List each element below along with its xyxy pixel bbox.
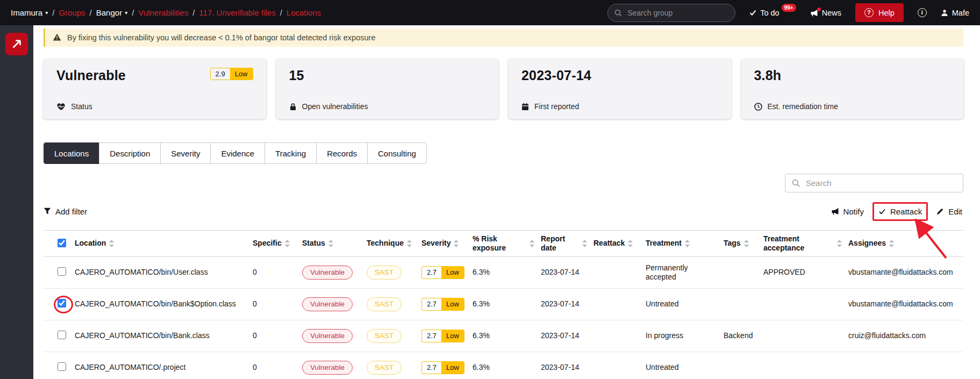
tab-evidence[interactable]: Evidence [210,142,265,164]
risk-exposure-cell: 6.3% [469,320,538,352]
tab-description[interactable]: Description [99,142,161,164]
filter-funnel-icon [44,208,51,215]
search-icon [792,179,800,187]
breadcrumb-separator: / [52,8,54,17]
column-header[interactable]: Location [71,231,249,257]
edit-button[interactable]: Edit [936,207,962,216]
breadcrumb-separator: / [280,8,282,17]
technique-badge: SAST [367,329,402,343]
tab-locations[interactable]: Locations [44,142,99,164]
table-search-input[interactable] [785,174,963,192]
table-body: CAJERO_AUTOMATICO/bin/User.class0Vulnera… [44,257,963,379]
row-checkbox[interactable] [58,331,66,339]
sidebar [0,25,33,379]
assignees-cell: cruiz@fluidattacks.com [845,320,963,352]
breadcrumb-item[interactable]: Bangor▾ [96,8,127,17]
column-header[interactable]: Technique [363,231,418,257]
column-header[interactable]: Treatment acceptance [760,231,845,257]
sort-icon [628,240,633,247]
tags-cell: Backend [720,320,760,352]
sort-icon [582,240,587,247]
news-button[interactable]: News [810,9,841,17]
treatment-acceptance-cell [760,352,845,379]
reattack-cell [590,257,642,289]
row-checkbox[interactable] [58,267,66,276]
breadcrumb-item[interactable]: Groups [59,8,85,17]
select-all-checkbox[interactable] [58,239,66,247]
column-header[interactable]: Report date [538,231,590,257]
column-header[interactable]: Specific [249,231,299,257]
todo-count-badge: 99+ [782,4,796,12]
fluid-logo[interactable] [5,33,28,55]
treatment-cell: Permanently accepted [642,257,720,289]
search-icon [614,9,622,17]
column-header[interactable]: % Risk exposure [469,231,538,257]
tab-records[interactable]: Records [316,142,368,164]
heartbeat-icon [56,103,66,111]
row-checkbox[interactable] [58,299,66,308]
column-header[interactable]: Treatment [642,231,720,257]
chevron-down-icon: ▾ [45,10,48,16]
tab-severity[interactable]: Severity [160,142,211,164]
tab-bar: LocationsDescriptionSeverityEvidenceTrac… [44,142,963,164]
row-checkbox[interactable] [58,362,66,371]
technique-badge: SAST [367,361,402,375]
breadcrumb-separator: / [192,8,195,17]
column-header[interactable]: Status [299,231,363,257]
treatment-cell: In progress [642,320,720,352]
add-filter-button[interactable]: Add filter [44,207,87,216]
remediation-time-value: 3.8h [754,68,782,83]
column-header[interactable]: Assignees [845,231,963,257]
question-icon: ? [864,8,874,17]
breadcrumb-item[interactable]: Vulnerabilities [138,8,188,17]
info-icon: i [918,8,927,17]
technique-badge: SAST [367,297,402,311]
sort-icon [837,240,842,247]
info-button[interactable]: i [918,8,927,17]
todo-button[interactable]: To do 99+ [749,9,796,17]
check-icon [878,208,886,215]
table-header-row: LocationSpecificStatusTechniqueSeverity%… [44,231,963,257]
help-button[interactable]: ? Help [855,3,904,22]
assignees-cell [845,352,963,379]
table-row[interactable]: CAJERO_AUTOMATICO/bin/Bank.class0Vulnera… [44,320,963,352]
group-search-input[interactable] [607,4,735,22]
notify-button[interactable]: Notify [831,207,864,216]
reattack-button[interactable]: Reattack [878,207,922,216]
breadcrumb-item[interactable]: Imamura▾ [11,8,48,17]
open-vulnerabilities-value: 15 [289,68,304,83]
check-icon [749,9,756,16]
table-actions: Notify Reattack [831,207,962,216]
reattack-annotation-wrap: Reattack [878,207,922,216]
group-search [607,4,735,22]
column-header[interactable]: Severity [418,231,469,257]
sort-icon [685,240,690,247]
table-row[interactable]: CAJERO_AUTOMATICO/bin/Bank$Option.class0… [44,289,963,320]
user-button[interactable]: Mafe [941,9,969,17]
severity-badge: 2.9Low [210,68,253,80]
location-cell: CAJERO_AUTOMATICO/bin/Bank$Option.class [71,289,249,320]
table-row[interactable]: CAJERO_AUTOMATICO/.project0VulnerableSAS… [44,352,963,379]
sort-icon [744,240,749,247]
column-header[interactable]: Tags [720,231,760,257]
tab-tracking[interactable]: Tracking [264,142,317,164]
severity-level: Low [230,68,253,80]
breadcrumb-item[interactable]: 117. Unverifiable files [199,8,275,17]
card-subtitle: Est. remediation time [768,102,839,111]
news-unread-dot [817,8,821,11]
remediation-time-card: 3.8h Est. remediation time [741,59,964,119]
table-search [785,174,963,192]
tab-consulting[interactable]: Consulting [367,142,427,164]
assignees-cell: vbustamante@fluidattacks.com [845,289,963,320]
tags-cell [720,257,760,289]
breadcrumb-item[interactable]: Locations [287,8,321,17]
report-date-cell: 2023-07-14 [538,289,590,320]
column-header[interactable]: Reattack [590,231,642,257]
megaphone-icon [810,9,818,17]
edit-label: Edit [948,207,962,216]
risk-exposure-cell: 6.3% [469,289,538,320]
location-cell: CAJERO_AUTOMATICO/bin/Bank.class [71,320,249,352]
reattack-label: Reattack [890,207,922,216]
table-row[interactable]: CAJERO_AUTOMATICO/bin/User.class0Vulnera… [44,257,963,289]
sort-icon [328,240,333,247]
